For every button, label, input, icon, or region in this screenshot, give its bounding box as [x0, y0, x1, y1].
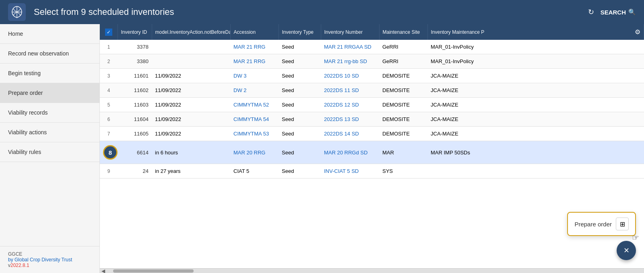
table-row[interactable]: 9 24 in 27 years CIAT 5 Seed INV-CIAT 5 … — [100, 164, 644, 179]
cell-maintenance-site: SYS — [379, 164, 427, 179]
org-full: by Global Crop Diversity Trust — [8, 257, 91, 263]
col-inventory-id: Inventory ID — [118, 24, 152, 40]
cell-inventory-id: 6614 — [118, 141, 152, 164]
cell-inventory-id: 3378 — [118, 40, 152, 54]
scroll-left-arrow[interactable]: ◀ — [101, 268, 105, 273]
cell-maintenance-site: DEMOSITE — [379, 98, 427, 112]
search-button[interactable]: SEARCH 🔍 — [601, 8, 636, 16]
cell-inventory-type: Seed — [279, 98, 321, 112]
main-content: ✓ Inventory ID model.InventoryAction.not… — [100, 24, 644, 273]
cell-inv-maint-policy: MAR_01-InvPolicy — [427, 40, 644, 54]
fab-icon: ✕ — [623, 246, 630, 255]
row-number: 1 — [100, 40, 118, 54]
app-header: Select from 9 scheduled inventories ↻ SE… — [0, 0, 644, 24]
select-all-checkbox[interactable]: ✓ — [105, 29, 112, 36]
row-number: 4 — [100, 83, 118, 98]
cell-accession[interactable]: DW 3 — [230, 69, 279, 83]
cell-accession[interactable]: MAR 21 RRG — [230, 40, 279, 54]
refresh-button[interactable]: ↻ — [588, 8, 594, 16]
cell-inv-maint-policy: JCA-MAIZE — [427, 127, 644, 141]
col-checkbox[interactable]: ✓ — [100, 24, 118, 40]
table-row[interactable]: 7 11605 11/09/2022 CIMMYTMA 53 Seed 2022… — [100, 127, 644, 141]
cell-inv-maint-policy: JCA-MAIZE — [427, 112, 644, 127]
cell-maintenance-site: DEMOSITE — [379, 69, 427, 83]
sidebar-item-home[interactable]: Home — [0, 24, 99, 44]
cell-inventory-number[interactable]: 2022DS 12 SD — [321, 98, 379, 112]
inventory-table: ✓ Inventory ID model.InventoryAction.not… — [100, 24, 644, 179]
cell-maintenance-site: GeRRI — [379, 40, 427, 54]
cell-inventory-number[interactable]: MAR 20 RRGd SD — [321, 141, 379, 164]
cell-inventory-number[interactable]: 2022DS 14 SD — [321, 127, 379, 141]
cell-inventory-type: Seed — [279, 69, 321, 83]
table-row[interactable]: 5 11603 11/09/2022 CIMMYTMA 52 Seed 2022… — [100, 98, 644, 112]
sidebar-item-viability-rules[interactable]: Viability rules — [0, 142, 99, 162]
cell-not-before-date: 11/09/2022 — [152, 127, 230, 141]
cell-inventory-number[interactable]: MAR 21 rrg-bb SD — [321, 54, 379, 69]
cell-inventory-type: Seed — [279, 164, 321, 179]
cursor-indicator: ☞ — [632, 233, 639, 242]
cell-inventory-type: Seed — [279, 141, 321, 164]
sidebar-item-viability-actions[interactable]: Viability actions — [0, 123, 99, 142]
cell-accession[interactable]: CIMMYTMA 53 — [230, 127, 279, 141]
cell-inventory-id: 11604 — [118, 112, 152, 127]
cell-inventory-number[interactable]: 2022DS 10 SD — [321, 69, 379, 83]
fab-close-button[interactable]: ✕ — [617, 241, 636, 260]
cell-inventory-type: Seed — [279, 54, 321, 69]
cell-accession[interactable]: CIMMYTMA 54 — [230, 112, 279, 127]
cell-accession[interactable]: CIMMYTMA 52 — [230, 98, 279, 112]
org-name: GGCE — [8, 251, 91, 257]
cell-accession[interactable]: MAR 21 RRG — [230, 54, 279, 69]
cell-inventory-number[interactable]: 2022DS 13 SD — [321, 112, 379, 127]
search-icon: 🔍 — [628, 8, 636, 16]
cell-inv-maint-policy: MAR IMP 50SDs — [427, 141, 644, 164]
sidebar: Home Record new observation Begin testin… — [0, 24, 100, 273]
cell-inventory-number[interactable]: MAR 21 RRGAA SD — [321, 40, 379, 54]
cell-accession[interactable]: MAR 20 RRG — [230, 141, 279, 164]
cell-inventory-number[interactable]: 2022DS 11 SD — [321, 83, 379, 98]
horizontal-scrollbar[interactable]: ◀ — [100, 268, 644, 273]
cell-maintenance-site: DEMOSITE — [379, 112, 427, 127]
sidebar-footer: GGCE by Global Crop Diversity Trust v202… — [0, 246, 99, 273]
gear-icon[interactable]: ⚙ — [635, 28, 640, 36]
table-container[interactable]: ✓ Inventory ID model.InventoryAction.not… — [100, 24, 644, 268]
sidebar-item-viability-records[interactable]: Viability records — [0, 103, 99, 123]
cell-accession[interactable]: DW 2 — [230, 83, 279, 98]
cell-inventory-type: Seed — [279, 83, 321, 98]
app-version: v2022.8.1 — [8, 263, 91, 268]
cell-inventory-id: 3380 — [118, 54, 152, 69]
sidebar-item-record-new-observation[interactable]: Record new observation — [0, 44, 99, 64]
col-inventory-number: Inventory Number — [321, 24, 379, 40]
cell-maintenance-site: DEMOSITE — [379, 127, 427, 141]
cell-maintenance-site: GeRRI — [379, 54, 427, 69]
col-inventory-maintenance-p: Inventory Maintenance P ⚙ — [428, 24, 644, 40]
row-number: 2 — [100, 54, 118, 69]
cell-inventory-type: Seed — [279, 40, 321, 54]
table-row[interactable]: 6 11604 11/09/2022 CIMMYTMA 54 Seed 2022… — [100, 112, 644, 127]
cell-inventory-number[interactable]: INV-CIAT 5 SD — [321, 164, 379, 179]
cell-inventory-id: 24 — [118, 164, 152, 179]
cell-not-before-date: in 6 hours — [152, 141, 230, 164]
cell-not-before-date — [152, 54, 230, 69]
cell-accession: CIAT 5 — [230, 164, 279, 179]
cell-inventory-id: 11602 — [118, 83, 152, 98]
cell-not-before-date: 11/09/2022 — [152, 83, 230, 98]
table-row[interactable]: 1 3378 MAR 21 RRG Seed MAR 21 RRGAA SD G… — [100, 40, 644, 54]
table-row-selected[interactable]: 8 6614 in 6 hours MAR 20 RRG Seed MAR 20… — [100, 141, 644, 164]
selected-row-indicator: 8 — [103, 145, 118, 160]
col-accession: Accession — [230, 24, 279, 40]
scrollbar-thumb[interactable] — [113, 269, 194, 273]
main-layout: Home Record new observation Begin testin… — [0, 24, 644, 273]
sidebar-item-begin-testing[interactable]: Begin testing — [0, 64, 99, 83]
cell-not-before-date — [152, 40, 230, 54]
table-row[interactable]: 3 11601 11/09/2022 DW 3 Seed 2022DS 10 S… — [100, 69, 644, 83]
row-number: 7 — [100, 127, 118, 141]
col-maintenance-site: Maintenance Site — [379, 24, 427, 40]
cell-inventory-id: 11603 — [118, 98, 152, 112]
table-row[interactable]: 2 3380 MAR 21 RRG Seed MAR 21 rrg-bb SD … — [100, 54, 644, 69]
table-row[interactable]: 4 11602 11/09/2022 DW 2 Seed 2022DS 11 S… — [100, 83, 644, 98]
row-number: 9 — [100, 164, 118, 179]
popup-icon-button[interactable]: ⊞ — [616, 218, 629, 230]
cell-inv-maint-policy — [427, 164, 644, 179]
sidebar-item-prepare-order[interactable]: Prepare order — [0, 83, 99, 103]
cell-inv-maint-policy: JCA-MAIZE — [427, 69, 644, 83]
